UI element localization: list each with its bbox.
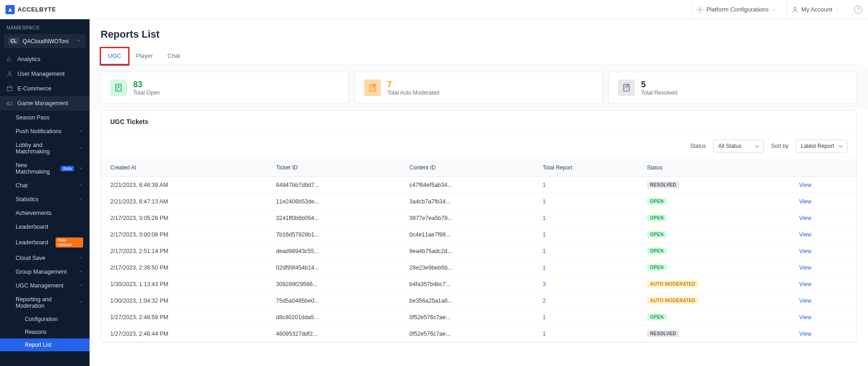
cell-created: 1/27/2023, 2:46:44 PM	[101, 326, 267, 342]
beta-badge: Beta	[61, 166, 74, 171]
sidebar-item-leaderboard[interactable]: Leaderboard	[16, 220, 90, 234]
chevron-down-icon	[79, 145, 83, 152]
cell-action: View	[790, 326, 857, 342]
chevron-down-icon	[79, 182, 83, 189]
sidebar-item-label: Analytics	[17, 56, 40, 62]
sidebar-item-leaderboard-new[interactable]: LeaderboardNew Version	[16, 234, 90, 251]
brand-logo[interactable]: ACCELBYTE	[6, 5, 56, 14]
chevron-down-icon	[79, 128, 83, 135]
table-row: 2/17/2023, 2:51:14 PMdead98943c55...9ea4…	[101, 243, 857, 259]
cell-ticket: dead98943c55...	[267, 243, 400, 259]
status-filter-select[interactable]: All Status	[713, 140, 764, 152]
view-link[interactable]: View	[799, 215, 812, 221]
sidebar-item-label: New Matchmaking	[16, 162, 53, 175]
cell-created: 1/30/2023, 1:04:32 PM	[101, 293, 267, 309]
chevron-down-icon	[76, 38, 81, 45]
table-row: 1/27/2023, 2:46:44 PM46095327ddf2...0f52…	[101, 326, 857, 342]
view-link[interactable]: View	[799, 198, 812, 205]
sidebar-item-achievements[interactable]: Achievements	[16, 206, 90, 220]
sidebar-item-analytics[interactable]: Analytics	[0, 52, 90, 67]
status-badge: OPEN	[647, 214, 667, 221]
sidebar-item-label: Report List	[25, 342, 51, 348]
cell-action: View	[790, 259, 857, 276]
table-row: 1/30/2023, 1:04:32 PM75d5a0485be0...be35…	[101, 293, 857, 309]
platform-config-menu[interactable]: Platform Configurations	[692, 0, 780, 19]
sidebar-item-ugc-management[interactable]: UGC Management	[16, 279, 90, 293]
topbar: ACCELBYTE Platform Configurations My Acc…	[0, 0, 868, 19]
sidebar-item-label: Reasons	[25, 329, 46, 335]
col-ticket: Ticket ID	[267, 159, 400, 177]
chevron-down-icon	[79, 269, 83, 275]
sidebar-item-label: Chat	[16, 182, 28, 189]
col-status: Status	[638, 159, 790, 177]
view-link[interactable]: View	[799, 182, 812, 188]
namespace-badge: CL	[8, 38, 19, 45]
sidebar-item-statistics[interactable]: Statistics	[16, 192, 90, 206]
tab-player[interactable]: Player	[129, 48, 160, 65]
stat-open-value: 83	[133, 80, 160, 90]
sidebar-item-cloud-save[interactable]: Cloud Save	[16, 251, 90, 265]
status-badge: OPEN	[647, 314, 667, 321]
my-account-label: My Account	[801, 6, 832, 13]
cell-content: c47f64ef5ab34...	[400, 177, 533, 193]
sidebar-item-reporting-moderation[interactable]: Reporting and Moderation	[16, 293, 90, 313]
stat-resolved-value: 5	[641, 80, 677, 90]
sidebar-item-configuration[interactable]: Configuration	[25, 313, 90, 326]
view-link[interactable]: View	[799, 265, 812, 271]
topbar-right: Platform Configurations My Account ?	[692, 0, 862, 19]
tickets-title: UGC Tickets	[101, 111, 857, 133]
sidebar-item-chat[interactable]: Chat	[16, 179, 90, 192]
view-link[interactable]: View	[799, 248, 812, 254]
sidebar-item-report-list[interactable]: Report List	[0, 338, 90, 351]
namespace-selector[interactable]: CL QACloudNWOToni	[4, 34, 86, 48]
table-row: 2/21/2023, 8:48:39 AM64947bb7d9d7...c47f…	[101, 177, 857, 193]
namespace-name: QACloudNWOToni	[23, 38, 72, 45]
cell-action: View	[790, 243, 857, 259]
sidebar-item-reasons[interactable]: Reasons	[25, 326, 90, 338]
stat-card-open: 83 Total Open	[101, 72, 349, 104]
page-title: Reports List	[101, 28, 857, 40]
cell-ticket: 75d5a0485be0...	[267, 293, 400, 309]
my-account-menu[interactable]: My Account	[787, 0, 843, 19]
brand-text: ACCELBYTE	[17, 6, 56, 13]
sidebar-item-label: Statistics	[16, 196, 39, 203]
sidebar-item-ecommerce[interactable]: E-Commerce	[0, 81, 90, 96]
store-icon	[6, 85, 13, 92]
cell-created: 2/17/2023, 3:05:26 PM	[101, 210, 267, 226]
cell-created: 2/17/2023, 2:51:14 PM	[101, 243, 267, 259]
chevron-down-icon	[79, 196, 83, 203]
help-button[interactable]: ?	[851, 0, 862, 19]
tabs: UGC Player Chat	[101, 48, 857, 65]
chevron-down-icon	[79, 282, 83, 289]
cell-status: OPEN	[638, 259, 790, 276]
view-link[interactable]: View	[799, 331, 812, 337]
sidebar-item-user-management[interactable]: User Management	[0, 67, 90, 81]
cell-action: View	[790, 293, 857, 309]
sort-filter-select[interactable]: Latest Report	[796, 140, 847, 152]
sidebar-item-group-management[interactable]: Group Management	[16, 265, 90, 279]
cell-created: 1/30/2023, 1:13:43 PM	[101, 276, 267, 293]
status-filter-label: Status	[690, 143, 706, 149]
sidebar-item-push-notifications[interactable]: Push Notifications	[16, 124, 90, 138]
sidebar-item-lobby-matchmaking[interactable]: Lobby and Matchmaking	[16, 138, 90, 158]
document-check-icon	[364, 79, 381, 96]
svg-point-2	[9, 72, 11, 74]
col-actions	[790, 159, 857, 177]
cell-status: AUTO MODERATED	[638, 276, 790, 293]
sidebar-item-game-management[interactable]: Game Management	[0, 96, 90, 111]
view-link[interactable]: View	[799, 231, 812, 238]
cell-ticket: 64947bb7d9d7...	[267, 177, 400, 193]
tab-chat[interactable]: Chat	[160, 48, 187, 65]
cell-status: OPEN	[638, 226, 790, 243]
table-row: 2/21/2023, 8:47:13 AM11e2406b53de...3a4c…	[101, 193, 857, 210]
tab-ugc[interactable]: UGC	[101, 48, 129, 65]
cell-total: 1	[533, 226, 637, 243]
cell-ticket: 46095327ddf2...	[267, 326, 400, 342]
view-link[interactable]: View	[799, 314, 812, 321]
view-link[interactable]: View	[799, 298, 812, 304]
view-link[interactable]: View	[799, 281, 812, 287]
gear-icon	[696, 6, 704, 13]
gamepad-icon	[6, 100, 13, 107]
sidebar-item-season-pass[interactable]: Season Pass	[16, 111, 90, 124]
sidebar-item-new-matchmaking[interactable]: New MatchmakingBeta	[16, 158, 90, 179]
